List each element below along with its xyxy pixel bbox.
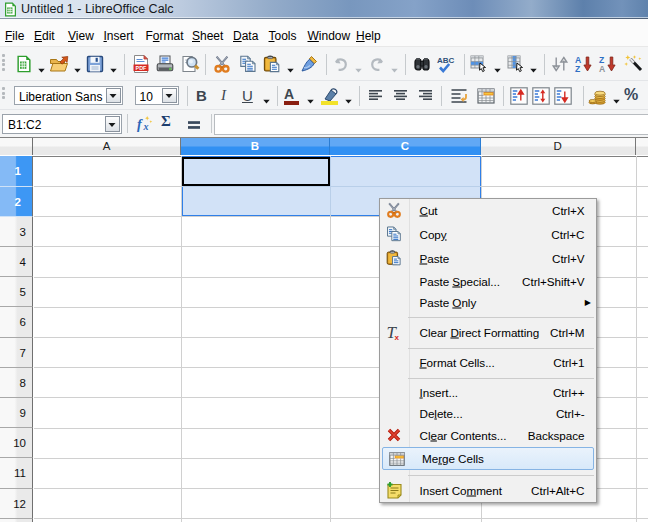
svg-text:A: A	[599, 64, 605, 74]
svg-text:PDF: PDF	[136, 65, 147, 71]
svg-text:ABC: ABC	[437, 56, 455, 65]
svg-text:f: f	[137, 117, 143, 132]
svg-text:Z: Z	[575, 64, 580, 74]
svg-text:x: x	[395, 333, 400, 341]
svg-text:x: x	[142, 121, 148, 132]
